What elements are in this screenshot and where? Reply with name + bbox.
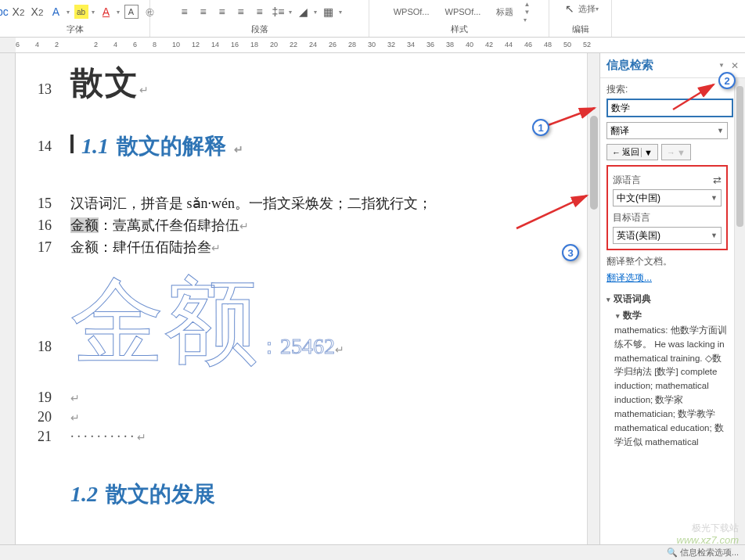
para-mark-icon: ↵ xyxy=(335,344,344,356)
align-right-icon[interactable]: ≡ xyxy=(215,5,229,19)
callout-1: 1 xyxy=(532,119,549,136)
ruler-horizontal: 6422468101214161820222426283032343638404… xyxy=(0,38,745,53)
watermark-text: 极光下载站 xyxy=(692,522,739,535)
magnifier-icon: 🔍 xyxy=(667,547,678,558)
back-button[interactable]: ←返回▼ xyxy=(606,144,658,160)
ribbon-font-label: 字体 xyxy=(67,23,84,37)
heading-number[interactable]: 1.2 xyxy=(70,482,98,507)
search-label: 搜索: xyxy=(606,83,728,96)
ribbon-style-label: 样式 xyxy=(451,23,468,37)
heading-text[interactable]: 散文的解释 xyxy=(117,131,226,161)
source-lang-dropdown[interactable]: 中文(中国)▼ xyxy=(613,189,722,206)
line-number: 15 xyxy=(23,196,70,212)
strikethrough-icon[interactable]: abc xyxy=(0,5,7,19)
body-text[interactable]: 金额：肆仟伍佰陆拾叁↵ xyxy=(70,238,563,257)
line-number: 17 xyxy=(23,239,70,256)
close-icon[interactable]: ✕ xyxy=(731,60,739,71)
font-style-icon[interactable]: A xyxy=(49,5,63,19)
selected-text[interactable]: 金额 xyxy=(70,217,99,233)
subscript-icon[interactable]: X2 xyxy=(12,5,26,19)
cursor-icon: ↖ xyxy=(563,2,577,16)
panel-scrollbar[interactable] xyxy=(734,78,745,560)
highlight-icon[interactable]: ab xyxy=(74,5,88,19)
dict-term[interactable]: 数学 xyxy=(606,307,728,324)
watermark-url: www.xz7.com xyxy=(677,534,739,546)
para-mark-icon: ↵ xyxy=(137,432,146,443)
select-button[interactable]: ↖选择▾ xyxy=(563,2,599,16)
align-justify-icon[interactable]: ≡ xyxy=(234,5,248,19)
status-bar: 🔍信息检索选项... xyxy=(0,544,745,560)
style-scroll-down[interactable]: ▼ xyxy=(524,9,530,16)
line-number: 19 xyxy=(23,389,70,406)
borders-icon[interactable]: ▦ xyxy=(322,5,336,19)
line-number: 18 xyxy=(23,339,70,369)
style-item-1[interactable]: WPSOf... xyxy=(388,5,435,19)
superscript-icon[interactable]: X2 xyxy=(31,5,45,19)
forward-button[interactable]: →▼ xyxy=(661,144,691,160)
source-lang-label: 源语言 xyxy=(613,174,641,187)
ruler-vertical[interactable] xyxy=(0,53,16,560)
swap-icon[interactable]: ⇄ xyxy=(713,174,722,186)
panel-scroll-thumb[interactable] xyxy=(736,86,743,227)
text-truncated[interactable]: 散文 xyxy=(70,65,139,101)
forward-icon: → xyxy=(667,148,675,157)
para-mark-icon: ↵ xyxy=(239,221,249,232)
translate-options-link[interactable]: 翻译选项... xyxy=(606,271,728,285)
document-area[interactable]: 13 散文↵ 14 1.1散文的解释↵ 15 汉语词汇，拼音是 sǎn·wén。… xyxy=(16,53,587,560)
para-mark-icon: ↵ xyxy=(70,412,80,424)
panel-menu-icon[interactable]: ▼ xyxy=(718,62,725,69)
font-color-icon[interactable]: A xyxy=(99,5,113,19)
body-text[interactable]: 汉语词汇，拼音是 sǎn·wén。一指文采焕发；二指犹行文； xyxy=(70,194,563,213)
style-item-3[interactable]: 标题 xyxy=(491,4,519,20)
panel-title: 信息检索 xyxy=(606,58,653,73)
align-dist-icon[interactable]: ≡ xyxy=(253,5,267,19)
ribbon-para-label: 段落 xyxy=(251,23,268,37)
text-dots[interactable]: ·········· xyxy=(70,429,137,444)
para-mark-icon: ↵ xyxy=(211,242,221,254)
callout-2: 2 xyxy=(718,72,736,89)
ribbon-edit-label: 编辑 xyxy=(572,23,589,37)
line-number: 21 xyxy=(23,429,70,445)
research-panel: 信息检索 ▼ ✕ 搜索: ➔ 翻译▼ ←返回▼ →▼ 源语言⇄ 中文(中国)▼ … xyxy=(599,53,745,560)
char-shading-icon[interactable]: A xyxy=(124,5,139,19)
shading-icon[interactable]: ◢ xyxy=(297,5,311,19)
vertical-scrollbar[interactable] xyxy=(587,53,599,560)
para-mark-icon: ↵ xyxy=(139,84,149,96)
annotation-box: 源语言⇄ 中文(中国)▼ 目标语言 英语(美国)▼ xyxy=(606,165,728,250)
para-mark-icon: ↵ xyxy=(70,393,80,404)
ribbon: abc X2 X2 A▾ ab▾ A▾ A ㊓ 字体 ≡ ≡ ≡ ≡ ≡ ‡≡▾… xyxy=(0,0,745,38)
scroll-thumb[interactable] xyxy=(590,116,598,210)
search-input[interactable] xyxy=(606,99,733,117)
para-mark-icon: ↵ xyxy=(234,143,243,156)
target-lang-label: 目标语言 xyxy=(613,211,722,224)
translate-doc-text: 翻译整个文档。 xyxy=(606,255,728,268)
wordart-text[interactable]: 金额：25462↵ xyxy=(70,275,563,369)
line-number: 20 xyxy=(23,409,70,425)
service-dropdown[interactable]: 翻译▼ xyxy=(606,122,728,139)
heading-number[interactable]: 1.1 xyxy=(81,134,109,159)
style-more[interactable]: ▾ xyxy=(524,16,530,23)
target-lang-dropdown[interactable]: 英语(美国)▼ xyxy=(613,227,722,244)
heading-text[interactable]: 散文的发展 xyxy=(106,479,215,509)
style-item-2[interactable]: WPSOf... xyxy=(440,5,487,19)
callout-3: 3 xyxy=(562,244,579,261)
style-scroll-up[interactable]: ▲ xyxy=(524,1,530,8)
body-text[interactable]: 金额：壹萬贰仟叁佰肆拾伍↵ xyxy=(70,216,563,235)
research-options-button[interactable]: 🔍信息检索选项... xyxy=(667,547,739,558)
dict-header[interactable]: 双语词典 xyxy=(606,291,728,307)
line-number: 16 xyxy=(23,217,70,234)
dict-definition: mathematics: 他数学方面训练不够。 He was lacking i… xyxy=(606,324,728,449)
back-icon: ← xyxy=(612,148,621,157)
align-center-icon[interactable]: ≡ xyxy=(196,5,211,19)
line-number: 14 xyxy=(23,138,70,155)
align-left-icon[interactable]: ≡ xyxy=(178,5,192,19)
line-spacing-icon[interactable]: ‡≡ xyxy=(272,5,286,19)
hruler[interactable]: 6422468101214161820222426283032343638404… xyxy=(16,38,745,52)
line-number: 13 xyxy=(23,81,70,98)
